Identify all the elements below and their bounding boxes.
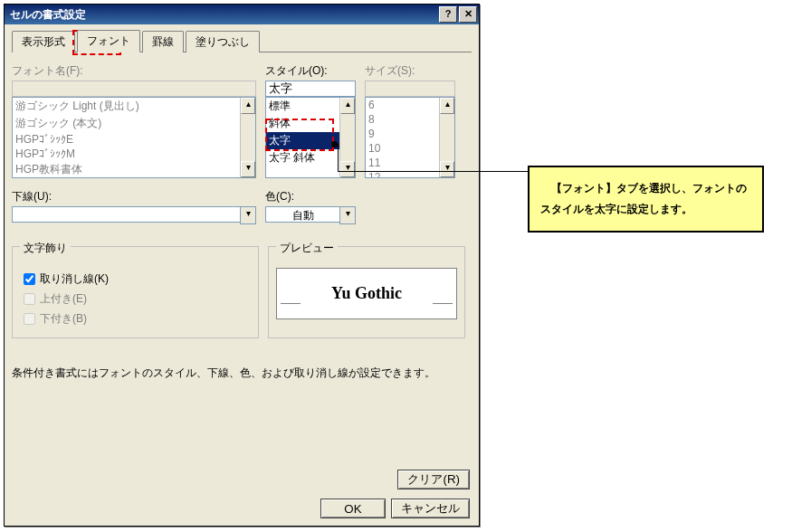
- format-cells-dialog: セルの書式設定 ? ✕ 表示形式 フォント 罫線 塗りつぶし フォント名(F):…: [4, 4, 480, 527]
- scrollbar[interactable]: ▴ ▾: [240, 98, 255, 177]
- tab-fill[interactable]: 塗りつぶし: [186, 31, 260, 52]
- label-underline: 下線(U):: [12, 189, 256, 204]
- tab-strip: 表示形式 フォント 罫線 塗りつぶし: [12, 30, 472, 52]
- checkbox-subscript: 下付き(B): [20, 310, 251, 328]
- preview-text: Yu Gothic: [331, 284, 402, 303]
- scroll-down-icon[interactable]: ▾: [340, 161, 355, 177]
- help-button[interactable]: ?: [439, 6, 457, 23]
- tab-font[interactable]: フォント: [77, 30, 140, 52]
- callout-text: 【フォント】タブを選択し、フォントのスタイルを太字に設定します。: [540, 182, 747, 215]
- size-list[interactable]: 6 8 9 10 11 12 ▴ ▾: [365, 97, 455, 178]
- note-text: 条件付き書式にはフォントのスタイル、下線、色、および取り消し線が設定できます。: [12, 366, 472, 381]
- scrollbar[interactable]: ▴ ▾: [439, 98, 454, 177]
- underline-combo[interactable]: ▾: [12, 206, 256, 224]
- checkbox-input[interactable]: [24, 273, 35, 285]
- color-combo[interactable]: 自動 ▾: [265, 206, 356, 224]
- scroll-down-icon[interactable]: ▾: [440, 161, 454, 177]
- instruction-callout: 【フォント】タブを選択し、フォントのスタイルを太字に設定します。: [528, 166, 764, 233]
- list-item[interactable]: 游ゴシック (本文): [13, 115, 255, 132]
- checkbox-label: 取り消し線(K): [40, 271, 109, 287]
- label-font-name: フォント名(F):: [12, 63, 256, 79]
- legend-decoration: 文字飾り: [20, 241, 71, 256]
- titlebar: セルの書式設定 ? ✕: [5, 5, 479, 24]
- ok-button[interactable]: OK: [320, 499, 386, 518]
- dropdown-icon[interactable]: ▾: [339, 206, 356, 224]
- checkbox-input: [24, 293, 35, 305]
- clear-button[interactable]: クリア(R): [397, 470, 470, 489]
- scroll-up-icon[interactable]: ▴: [340, 98, 355, 114]
- leader-line: [338, 144, 339, 171]
- checkbox-input: [24, 313, 35, 325]
- list-item[interactable]: HGPｺﾞｼｯｸE: [13, 132, 255, 147]
- font-name-input: [12, 81, 256, 97]
- scroll-up-icon[interactable]: ▴: [241, 98, 255, 114]
- tab-number-format[interactable]: 表示形式: [12, 31, 75, 52]
- cancel-button[interactable]: キャンセル: [391, 499, 470, 518]
- scroll-down-icon[interactable]: ▾: [241, 161, 255, 177]
- tab-border[interactable]: 罫線: [142, 31, 184, 52]
- checkbox-superscript: 上付き(E): [20, 290, 251, 308]
- style-input[interactable]: [265, 81, 356, 97]
- checkbox-label: 下付き(B): [40, 311, 87, 327]
- underline-value[interactable]: [12, 206, 240, 223]
- style-list[interactable]: 標準 斜体 太字 太字 斜体 ▴ ▾: [265, 97, 356, 178]
- color-value[interactable]: 自動: [265, 206, 339, 223]
- font-name-list[interactable]: 游ゴシック Light (見出し) 游ゴシック (本文) HGPｺﾞｼｯｸE H…: [12, 97, 256, 178]
- label-size: サイズ(S):: [365, 63, 455, 79]
- dropdown-icon[interactable]: ▾: [240, 206, 256, 224]
- scroll-up-icon[interactable]: ▴: [440, 98, 454, 114]
- list-item[interactable]: HGP教科書体: [13, 161, 255, 178]
- dialog-title: セルの書式設定: [10, 7, 86, 23]
- leader-dot-icon: [331, 141, 338, 147]
- preview-box: Yu Gothic: [276, 268, 457, 319]
- size-input: [365, 81, 455, 97]
- list-item[interactable]: 游ゴシック Light (見出し): [13, 98, 255, 115]
- legend-preview: プレビュー: [276, 241, 338, 256]
- close-button[interactable]: ✕: [459, 6, 477, 23]
- label-color: 色(C):: [265, 189, 356, 204]
- checkbox-strikethrough[interactable]: 取り消し線(K): [20, 271, 251, 288]
- leader-line: [338, 171, 528, 172]
- scrollbar[interactable]: ▴ ▾: [339, 98, 355, 177]
- checkbox-label: 上付き(E): [40, 291, 87, 307]
- label-style: スタイル(O):: [265, 63, 356, 79]
- list-item[interactable]: HGPｺﾞｼｯｸM: [13, 147, 255, 161]
